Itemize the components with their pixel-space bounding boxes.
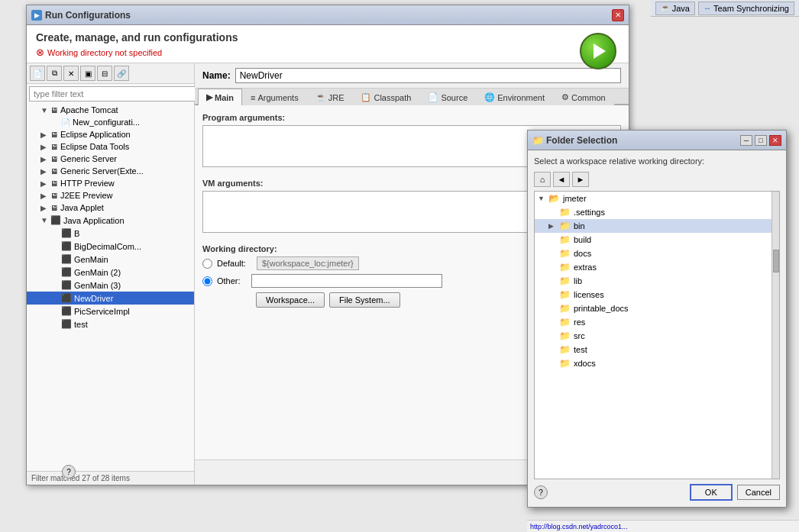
tab-label-source: Source (441, 93, 467, 102)
tree-toggle-icon: ▶ (40, 131, 48, 139)
eclipse-topbar: ☕ Java ↔ Team Synchronizing (651, 0, 799, 17)
filter-button[interactable]: ▣ (80, 66, 95, 81)
dialog-close-button[interactable]: ✕ (612, 9, 624, 21)
tree-item[interactable]: ▶🖥Java Applet (27, 202, 194, 214)
new-config-button[interactable]: 📄 (30, 66, 45, 81)
folder-tree-scrollbar[interactable] (772, 192, 779, 479)
duplicate-button[interactable]: ⧉ (47, 66, 62, 81)
folder-item-icon: 📁 (559, 330, 571, 341)
run-button[interactable] (580, 33, 616, 69)
dialog-error: ⊗ Working directory not specified (36, 47, 619, 58)
folder-scrollbar-thumb[interactable] (773, 250, 779, 272)
folder-cancel-button[interactable]: Cancel (737, 485, 780, 500)
name-input[interactable] (235, 68, 621, 83)
tabs-row: ▶Main≡Arguments☕JRE📋Classpath📄Source🌐Env… (195, 89, 629, 105)
sync-perspective-label: Team Synchronizing (713, 4, 789, 13)
tab-arguments[interactable]: ≡Arguments (242, 89, 307, 105)
folder-ok-button[interactable]: OK (690, 484, 733, 501)
folder-tree-item[interactable]: 📁xdocs (535, 356, 779, 370)
dialog-icon: ▶ (31, 10, 42, 21)
folder-tree-item[interactable]: 📁licenses (535, 288, 779, 301)
collapse-button[interactable]: ⊟ (97, 66, 112, 81)
folder-tree-item[interactable]: 📁printable_docs (535, 301, 779, 315)
link-button[interactable]: 🔗 (114, 66, 129, 81)
tab-main[interactable]: ▶Main (198, 89, 242, 105)
folder-item-icon: 📁 (559, 289, 571, 300)
folder-home-button[interactable]: ⌂ (534, 172, 551, 187)
tree-item[interactable]: ⬛BigDecimalCom... (27, 240, 194, 253)
tree-item[interactable]: ⬛GenMain (27, 253, 194, 266)
tree-item[interactable]: ⬛NewDriver (27, 292, 194, 305)
folder-close-button[interactable]: ✕ (769, 135, 781, 146)
folder-tree-item[interactable]: 📁lib (535, 274, 779, 288)
help-button[interactable]: ? (62, 465, 76, 479)
tab-jre[interactable]: ☕JRE (307, 89, 353, 105)
tree-item[interactable]: ▼⬛Java Application (27, 214, 194, 227)
tree-item[interactable]: ▶🖥Generic Server (27, 153, 194, 165)
tab-icon-source: 📄 (428, 92, 438, 102)
filter-status: Filter matched 27 of 28 items (27, 471, 194, 485)
folder-window-buttons: ─ □ ✕ (740, 135, 781, 146)
folder-item-label: src (574, 331, 585, 340)
titlebar-left: ▶ Run Configurations (31, 10, 131, 21)
folder-toggle-icon: ▼ (538, 195, 545, 202)
tree-item-icon: ⬛ (61, 319, 72, 329)
tree-item[interactable]: ⬛GenMain (3) (27, 279, 194, 292)
folder-item-label: extras (574, 263, 597, 272)
java-perspective[interactable]: ☕ Java (655, 2, 695, 15)
name-label: Name: (202, 70, 231, 81)
tree-item-icon: 🖥 (50, 155, 58, 163)
folder-maximize-button[interactable]: □ (755, 135, 767, 146)
tab-icon-environment: 🌐 (484, 92, 495, 102)
other-radio[interactable] (202, 276, 212, 286)
folder-tree-item[interactable]: 📁build (535, 233, 779, 247)
tree-item[interactable]: ▶🖥Eclipse Data Tools (27, 140, 194, 153)
folder-tree-item[interactable]: 📁.settings (535, 205, 779, 219)
folder-tree-item[interactable]: 📁src (535, 329, 779, 343)
other-input[interactable] (251, 274, 442, 288)
run-icon (594, 44, 606, 59)
folder-dialog: 📁 Folder Selection ─ □ ✕ Select a worksp… (527, 130, 787, 508)
tree-item[interactable]: ▶🖥J2EE Preview (27, 189, 194, 202)
folder-tree-item[interactable]: 📁docs (535, 247, 779, 260)
tree-item[interactable]: ⬛B (27, 227, 194, 240)
folder-item-icon: 📁 (559, 317, 571, 327)
error-icon: ⊗ (36, 47, 44, 58)
folder-back-button[interactable]: ◄ (553, 172, 570, 187)
filter-input[interactable] (29, 86, 196, 102)
sync-perspective[interactable]: ↔ Team Synchronizing (698, 2, 794, 15)
tree-item[interactable]: ▶🖥Generic Server(Exte... (27, 165, 194, 177)
tree-toggle-icon: ▶ (40, 143, 48, 151)
folder-help-button[interactable]: ? (534, 485, 548, 499)
tree-item[interactable]: ⬛PicServiceImpl (27, 305, 194, 318)
tree-item[interactable]: ⬛GenMain (2) (27, 266, 194, 279)
tree-toggle-icon: ▶ (40, 179, 48, 188)
folder-item-label: jmeter (563, 194, 587, 203)
folder-tree-item[interactable]: 📁extras (535, 260, 779, 274)
folder-forward-button[interactable]: ► (572, 172, 589, 187)
folder-description: Select a workspace relative working dire… (534, 156, 780, 166)
tab-icon-arguments: ≡ (251, 93, 255, 102)
workspace-button[interactable]: Workspace... (256, 292, 325, 308)
tree-item[interactable]: ▼🖥Apache Tomcat (27, 104, 194, 116)
tree-item-icon: 🖥 (50, 192, 58, 200)
tab-environment[interactable]: 🌐Environment (476, 89, 553, 105)
tab-source[interactable]: 📄Source (419, 89, 476, 105)
tree-item[interactable]: ⬛test (27, 318, 194, 330)
tree-item[interactable]: 📄New_configurati... (27, 116, 194, 128)
tree-item-icon: ⬛ (61, 267, 72, 277)
tab-common[interactable]: ⚙Common (553, 89, 614, 105)
folder-tree-item[interactable]: ▶📁bin (535, 219, 779, 233)
tree-item[interactable]: ▶🖥HTTP Preview (27, 177, 194, 189)
default-radio[interactable] (202, 259, 212, 269)
tab-classpath[interactable]: 📋Classpath (352, 89, 419, 105)
tree-item[interactable]: ▶🖥Eclipse Application (27, 128, 194, 140)
folder-minimize-button[interactable]: ─ (740, 135, 752, 146)
java-perspective-label: Java (672, 4, 690, 13)
folder-tree-item[interactable]: ▼📂jmeter (535, 192, 779, 205)
filesystem-button[interactable]: File System... (329, 292, 400, 308)
folder-tree-item[interactable]: 📁res (535, 315, 779, 329)
folder-tree-item[interactable]: 📁test (535, 343, 779, 356)
tree-item-label: GenMain (74, 255, 108, 264)
delete-button[interactable]: ✕ (63, 66, 79, 81)
